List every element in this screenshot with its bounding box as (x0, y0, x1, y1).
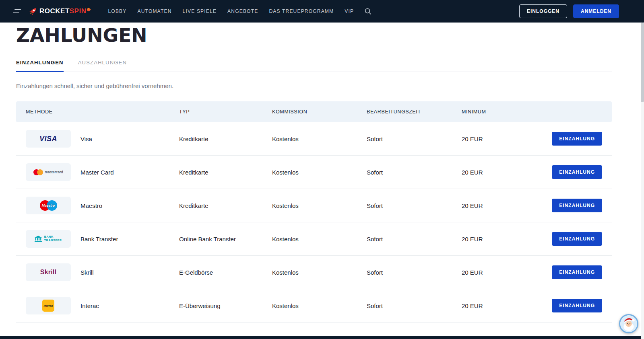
topbar: ROCKETSPIN LOBBY AUTOMATEN LIVE SPIELE A… (0, 0, 644, 23)
method-name: Interac (80, 302, 99, 309)
table-row: VISA Visa Kreditkarte Kostenlos Sofort 2… (16, 122, 612, 156)
table-row: Interac Interac E-Überweisung Kostenlos … (16, 289, 612, 323)
nav-item-lobby[interactable]: LOBBY (108, 8, 126, 14)
deposit-button[interactable]: EINZAHLUNG (552, 299, 602, 312)
method-name: Skrill (80, 269, 94, 276)
payment-tabs: EINZAHLUNGEN AUSZAHLUNGEN (16, 60, 612, 72)
minimum-value: 20 EUR (462, 136, 546, 142)
bank-transfer-logo: BANK TRANSFER (26, 230, 71, 248)
brand-name: ROCKETSPIN (39, 7, 90, 15)
table-row: Maestro Maestro Kreditkarte Kostenlos So… (16, 189, 612, 222)
table-row: Skrill Skrill E-Geldbörse Kostenlos Sofo… (16, 256, 612, 289)
maestro-logo: Maestro (26, 197, 71, 214)
deposit-button[interactable]: EINZAHLUNG (552, 165, 602, 179)
kommission-value: Kostenlos (272, 136, 367, 142)
interac-logo: Interac (26, 297, 71, 314)
mastercard-logo: mastercard (26, 163, 71, 181)
payments-table: METHODE TYP KOMMISSION BEARBEITUNGSZEIT … (16, 101, 612, 323)
method-name: Master Card (80, 169, 114, 176)
minimum-value: 20 EUR (462, 302, 546, 309)
deposit-button[interactable]: EINZAHLUNG (552, 132, 602, 146)
minimum-value: 20 EUR (462, 269, 546, 276)
santa-avatar-icon (620, 315, 637, 332)
table-header: METHODE TYP KOMMISSION BEARBEITUNGSZEIT … (16, 101, 612, 122)
page-title: ZAHLUNGEN (16, 26, 641, 45)
bank-transfer-wordmark: BANK TRANSFER (44, 235, 62, 242)
column-header-kommission: KOMMISSION (272, 109, 367, 115)
main-content: ZAHLUNGEN EINZAHLUNGEN AUSZAHLUNGEN Einz… (0, 23, 641, 323)
signup-button[interactable]: ANMELDEN (573, 4, 619, 18)
kommission-value: Kostenlos (272, 302, 367, 309)
maestro-circles-icon: Maestro (40, 200, 57, 211)
nav-item-automaten[interactable]: AUTOMATEN (138, 8, 172, 14)
bank-icon (35, 236, 42, 242)
bearbeitungszeit-value: Sofort (367, 136, 462, 142)
typ-value: Kreditkarte (179, 169, 272, 176)
scrollbar-track[interactable] (641, 23, 644, 339)
minimum-value: 20 EUR (462, 202, 546, 209)
nav-item-angebote[interactable]: ANGEBOTE (227, 8, 258, 14)
method-name: Bank Transfer (80, 236, 118, 242)
kommission-value: Kostenlos (272, 269, 367, 276)
tab-einzahlungen[interactable]: EINZAHLUNGEN (16, 60, 64, 72)
bearbeitungszeit-value: Sofort (367, 269, 462, 276)
nav-item-live-spiele[interactable]: LIVE SPIELE (183, 8, 217, 14)
method-name: Visa (80, 136, 92, 142)
mastercard-circles-icon (33, 169, 43, 175)
table-row: BANK TRANSFER Bank Transfer Online Bank … (16, 222, 612, 256)
minimum-value: 20 EUR (462, 236, 546, 242)
menu-icon[interactable] (13, 9, 21, 13)
column-header-bearbeitungszeit: BEARBEITUNGSZEIT (367, 109, 462, 115)
kommission-value: Kostenlos (272, 236, 367, 242)
flame-icon (87, 7, 91, 12)
nav-item-treueprogramm[interactable]: DAS TREUEPROGRAMM (269, 8, 334, 14)
chat-widget-button[interactable] (619, 314, 638, 333)
bearbeitungszeit-value: Sofort (367, 202, 462, 209)
footer-edge (0, 336, 641, 339)
column-header-typ: TYP (179, 109, 272, 115)
method-name: Maestro (80, 202, 102, 209)
typ-value: Kreditkarte (179, 202, 272, 209)
kommission-value: Kostenlos (272, 202, 367, 209)
bearbeitungszeit-value: Sofort (367, 169, 462, 176)
search-icon[interactable] (364, 8, 372, 15)
brand-logo[interactable]: ROCKETSPIN (28, 6, 90, 16)
skrill-logo: Skrill (26, 263, 71, 281)
bearbeitungszeit-value: Sofort (367, 302, 462, 309)
typ-value: E-Geldbörse (179, 269, 272, 276)
scrollbar-thumb[interactable] (641, 23, 644, 102)
intro-text: Einzahlungen schnell, sicher und gebühre… (16, 82, 641, 89)
column-header-methode: METHODE (26, 109, 179, 115)
column-header-minimum: MINIMUM (462, 109, 546, 115)
table-row: mastercard Master Card Kreditkarte Koste… (16, 156, 612, 189)
rocket-icon (28, 6, 38, 16)
typ-value: Online Bank Transfer (179, 236, 272, 242)
kommission-value: Kostenlos (272, 169, 367, 176)
auth-actions: EINLOGGEN ANMELDEN (519, 4, 619, 18)
visa-logo: VISA (26, 130, 71, 148)
bearbeitungszeit-value: Sofort (367, 236, 462, 242)
main-nav: LOBBY AUTOMATEN LIVE SPIELE ANGEBOTE DAS… (108, 8, 354, 14)
interac-icon: Interac (42, 300, 54, 312)
nav-item-vip[interactable]: VIP (345, 8, 354, 14)
deposit-button[interactable]: EINZAHLUNG (552, 199, 602, 212)
typ-value: Kreditkarte (179, 136, 272, 142)
page: ROCKETSPIN LOBBY AUTOMATEN LIVE SPIELE A… (0, 0, 644, 339)
deposit-button[interactable]: EINZAHLUNG (552, 232, 602, 246)
tab-auszahlungen[interactable]: AUSZAHLUNGEN (78, 60, 127, 72)
login-button[interactable]: EINLOGGEN (519, 4, 567, 18)
deposit-button[interactable]: EINZAHLUNG (552, 265, 602, 279)
typ-value: E-Überweisung (179, 302, 272, 309)
minimum-value: 20 EUR (462, 169, 546, 176)
